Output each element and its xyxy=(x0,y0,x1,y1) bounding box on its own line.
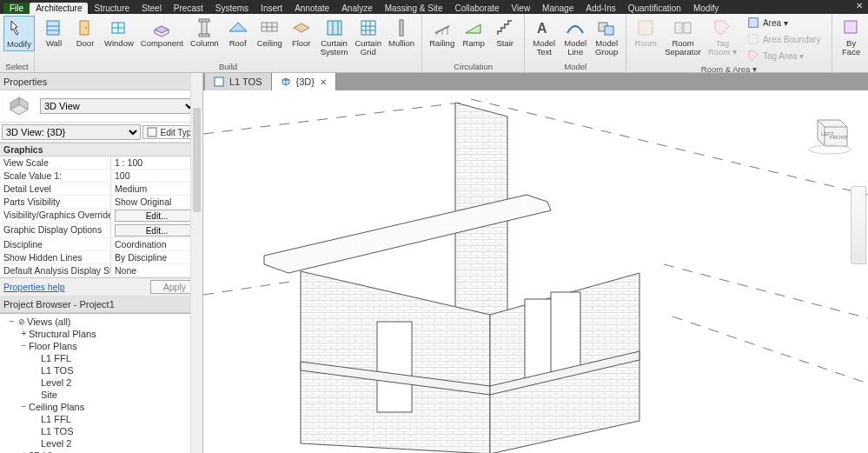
properties-type-select[interactable]: 3D View xyxy=(40,98,197,114)
tab-file[interactable]: File xyxy=(3,3,30,14)
area-boundary-button[interactable]: Area Boundary xyxy=(744,32,825,47)
svg-rect-50 xyxy=(148,128,156,137)
tab-view[interactable]: View xyxy=(506,3,537,14)
tree-node[interactable]: −Floor Plans xyxy=(0,340,202,352)
model-canvas[interactable] xyxy=(203,90,868,453)
collapse-icon[interactable]: − xyxy=(19,401,29,413)
mullion-button[interactable]: Mullion xyxy=(385,16,418,50)
floor-button[interactable]: Floor xyxy=(286,16,317,50)
property-row[interactable]: Parts VisibilityShow Original xyxy=(0,196,202,209)
area-button[interactable]: Area ▾ xyxy=(744,16,825,30)
tab-addins[interactable]: Add-Ins xyxy=(580,3,621,14)
property-edit-button[interactable]: Edit... xyxy=(115,224,199,236)
tab-architecture[interactable]: Architecture xyxy=(30,3,88,14)
component-button[interactable]: Component xyxy=(137,16,187,50)
expand-icon[interactable]: + xyxy=(19,328,29,340)
property-row[interactable]: Show Hidden LinesBy Discipline xyxy=(0,251,202,264)
room-area-group-title[interactable]: Room & Area ▾ xyxy=(630,63,827,74)
tab-steel[interactable]: Steel xyxy=(136,3,168,14)
tab-massing-site[interactable]: Massing & Site xyxy=(379,3,449,14)
property-row[interactable]: View Scale1 : 100 xyxy=(0,157,202,170)
modify-button[interactable]: Modify xyxy=(3,16,35,51)
stair-button[interactable]: Stair xyxy=(489,16,520,50)
tab-analyze[interactable]: Analyze xyxy=(335,3,379,14)
tag-room-button[interactable]: Tag Room ▾ xyxy=(705,16,740,58)
tab-annotate[interactable]: Annotate xyxy=(288,3,335,14)
tab-precast[interactable]: Precast xyxy=(168,3,209,14)
collapse-icon[interactable]: − xyxy=(7,316,17,328)
property-row[interactable]: Detail LevelMedium xyxy=(0,183,202,196)
tab-insert[interactable]: Insert xyxy=(255,3,288,14)
column-button[interactable]: Column xyxy=(187,16,222,50)
view-selector[interactable]: 3D View: {3D} xyxy=(2,124,141,140)
property-row[interactable]: Visibility/Graphics OverridesEdit... xyxy=(0,209,202,223)
scrollbar-vertical[interactable] xyxy=(190,313,202,453)
curtain-system-button[interactable]: Curtain System xyxy=(317,16,352,58)
tree-node[interactable]: L1 TOS xyxy=(0,425,202,437)
tree-node[interactable]: Level 2 xyxy=(0,437,202,450)
room-label: Room xyxy=(635,39,657,48)
collapse-icon[interactable]: − xyxy=(19,340,29,352)
railing-button[interactable]: Railing xyxy=(426,16,458,50)
properties-section-graphics[interactable]: Graphics⌃ xyxy=(0,143,202,157)
property-row[interactable]: Graphic Display OptionsEdit... xyxy=(0,223,202,238)
property-value[interactable]: By Discipline xyxy=(111,251,202,263)
room-separator-button[interactable]: Room Separator xyxy=(661,16,705,58)
tab-systems[interactable]: Systems xyxy=(209,3,255,14)
tab-collaborate[interactable]: Collaborate xyxy=(448,3,505,14)
tab-manage[interactable]: Manage xyxy=(536,3,580,14)
model-group-button[interactable]: Model Group xyxy=(591,16,622,58)
model-line-button[interactable]: Model Line xyxy=(560,16,591,58)
by-face-button[interactable]: By Face xyxy=(836,16,867,58)
room-button[interactable]: Room xyxy=(630,16,661,50)
project-browser[interactable]: −⊘Views (all)+Structural Plans−Floor Pla… xyxy=(0,313,202,453)
ramp-button[interactable]: Ramp xyxy=(458,16,489,50)
tag-area-button[interactable]: Tag Area ▾ xyxy=(744,49,825,63)
tree-node[interactable]: −Ceiling Plans xyxy=(0,401,202,413)
tree-node[interactable]: Site xyxy=(0,389,202,401)
property-value[interactable]: None xyxy=(111,264,202,276)
property-value[interactable]: Show Original xyxy=(111,196,202,208)
tree-node[interactable]: L1 FFL xyxy=(0,413,202,425)
tree-node[interactable]: L1 FFL xyxy=(0,352,202,364)
ribbon-help-close[interactable]: ✕ xyxy=(856,1,863,10)
tree-node[interactable]: +3D Views xyxy=(0,450,202,453)
doctab-l1tos[interactable]: L1 TOS xyxy=(205,73,272,90)
curtain-system-label: Curtain System xyxy=(321,39,348,57)
wall-button[interactable]: Wall xyxy=(38,16,70,50)
expand-icon[interactable]: + xyxy=(19,450,29,453)
property-value[interactable]: 100 xyxy=(111,170,202,182)
property-edit-button[interactable]: Edit... xyxy=(115,210,199,222)
tree-node[interactable]: −⊘Views (all) xyxy=(0,316,202,328)
property-value[interactable]: Coordination xyxy=(111,238,202,250)
navigation-bar[interactable] xyxy=(851,186,866,264)
property-row[interactable]: Scale Value 1:100 xyxy=(0,170,202,183)
property-value[interactable]: 1 : 100 xyxy=(111,157,202,169)
roof-button[interactable]: Roof xyxy=(222,16,254,50)
tree-node[interactable]: L1 TOS xyxy=(0,364,202,376)
properties-help-link[interactable]: Properties help xyxy=(3,282,65,292)
window-button[interactable]: Window xyxy=(101,16,137,50)
tree-label: L1 TOS xyxy=(41,425,74,437)
curtain-grid-button[interactable]: Curtain Grid xyxy=(351,16,385,58)
property-value[interactable]: Medium xyxy=(111,183,202,195)
tab-quantification[interactable]: Quantification xyxy=(622,3,687,14)
doctab-3d[interactable]: {3D} ✕ xyxy=(272,73,336,90)
svg-line-53 xyxy=(664,264,868,318)
3d-viewport[interactable]: LEFT FRONT xyxy=(203,90,868,453)
doctab-close-icon[interactable]: ✕ xyxy=(320,77,327,87)
viewcube[interactable]: LEFT FRONT xyxy=(805,108,852,155)
tree-node[interactable]: Level 2 xyxy=(0,376,202,389)
property-row[interactable]: DisciplineCoordination xyxy=(0,238,202,251)
property-value[interactable]: Edit... xyxy=(111,223,202,237)
select-group-title[interactable]: Select ▾ xyxy=(3,61,30,72)
property-value[interactable]: Edit... xyxy=(111,209,202,223)
model-text-button[interactable]: AModel Text xyxy=(528,16,560,58)
tree-node[interactable]: +Structural Plans xyxy=(0,328,202,340)
property-key: Scale Value 1: xyxy=(0,170,111,182)
door-button[interactable]: Door xyxy=(70,16,101,50)
tab-structure[interactable]: Structure xyxy=(88,3,136,14)
ceiling-button[interactable]: Ceiling xyxy=(254,16,286,50)
property-row[interactable]: Default Analysis Display StyleNone xyxy=(0,264,202,277)
tab-modify[interactable]: Modify xyxy=(687,3,725,14)
